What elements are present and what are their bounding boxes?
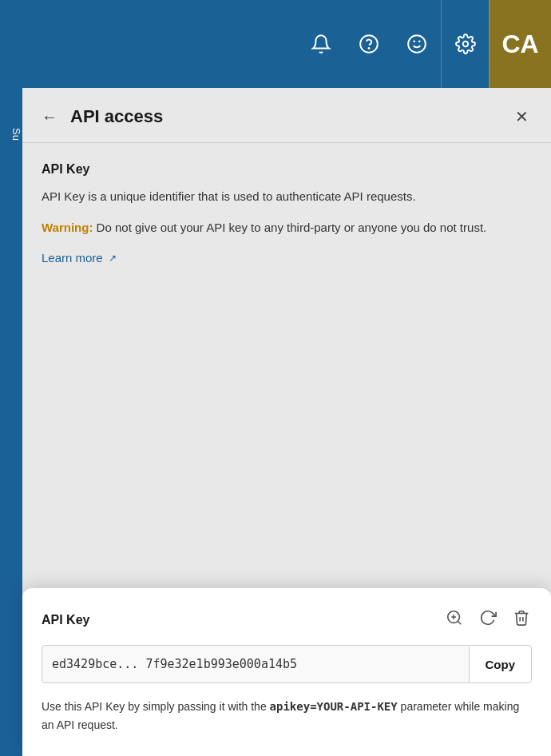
panel-header: ← API access ✕ [22, 88, 551, 143]
api-key-section-title: API Key [42, 162, 532, 177]
usage-description: Use this API Key by simply passing it wi… [42, 698, 532, 734]
api-access-panel: ← API access ✕ API Key API Key is a uniq… [22, 88, 551, 756]
usage-param: apikey=YOUR-API-KEY [270, 700, 398, 713]
svg-point-0 [360, 35, 378, 53]
svg-point-2 [408, 35, 426, 53]
sidebar-panel: Su [0, 88, 22, 756]
copy-button[interactable]: Copy [469, 647, 532, 682]
topbar-icon-group [297, 0, 489, 88]
card-title: API Key [42, 613, 444, 627]
help-icon[interactable] [345, 0, 393, 88]
api-key-field: Copy [42, 645, 532, 683]
panel-title: API access [70, 106, 512, 127]
back-button[interactable]: ← [38, 105, 61, 129]
api-key-card: API Key [22, 588, 551, 756]
card-header: API Key [42, 607, 532, 632]
topbar: CA [0, 0, 551, 88]
delete-icon-button[interactable] [511, 607, 532, 632]
svg-line-7 [458, 621, 461, 624]
learn-more-link[interactable]: Learn more↗︎ [42, 251, 117, 265]
svg-point-5 [462, 42, 468, 47]
refresh-icon-button[interactable] [478, 607, 498, 632]
close-button[interactable]: ✕ [512, 104, 532, 129]
warning-label: Warning: [42, 221, 93, 234]
user-avatar[interactable]: CA [489, 0, 551, 88]
sidebar-text: Su [0, 128, 22, 141]
zoom-icon-button[interactable] [444, 607, 465, 632]
api-key-input[interactable] [42, 646, 469, 682]
usage-text-part1: Use this API Key by simply passing it wi… [42, 700, 270, 713]
api-key-description: API Key is a unique identifier that is u… [42, 188, 532, 206]
bell-icon[interactable] [297, 0, 345, 88]
settings-icon[interactable] [441, 0, 489, 88]
feedback-icon[interactable] [393, 0, 441, 88]
warning-body: Do not give out your API key to any thir… [93, 221, 486, 234]
warning-text: Warning: Do not give out your API key to… [42, 219, 532, 237]
panel-content: API Key API Key is a unique identifier t… [22, 143, 551, 281]
card-actions [444, 607, 532, 632]
